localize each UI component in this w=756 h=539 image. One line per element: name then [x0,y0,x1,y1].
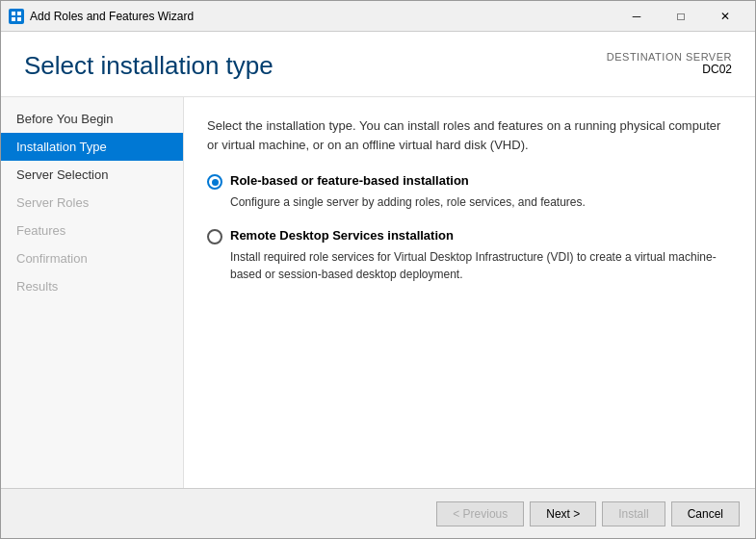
option-role-based-row[interactable]: Role-based or feature-based installation [207,173,732,190]
close-button[interactable]: ✕ [703,1,747,32]
maximize-button[interactable]: □ [659,1,703,32]
title-bar: Add Roles and Features Wizard ─ □ ✕ [1,1,755,32]
radio-role-based[interactable] [207,174,222,190]
wizard-window: Add Roles and Features Wizard ─ □ ✕ Sele… [0,0,756,539]
option-remote-desktop-desc: Install required role services for Virtu… [230,248,732,283]
content-description: Select the installation type. You can in… [207,116,732,154]
option-role-based-title: Role-based or feature-based installation [230,173,469,188]
radio-remote-desktop[interactable] [207,229,222,244]
sidebar-item-before-you-begin[interactable]: Before You Begin [1,105,183,133]
title-bar-controls: ─ □ ✕ [614,1,747,32]
page-header: Select installation type DESTINATION SER… [1,32,755,97]
option-remote-desktop: Remote Desktop Services installation Ins… [207,228,732,283]
main-content: Select the installation type. You can in… [184,97,755,488]
sidebar-item-features: Features [1,217,183,244]
install-button: Install [602,501,665,526]
footer: < Previous Next > Install Cancel [1,488,755,538]
next-button[interactable]: Next > [530,501,596,526]
minimize-button[interactable]: ─ [614,1,659,32]
previous-button[interactable]: < Previous [436,501,524,526]
window-title: Add Roles and Features Wizard [30,10,614,23]
sidebar-item-installation-type[interactable]: Installation Type [1,133,183,161]
option-role-based-desc: Configure a single server by adding role… [230,193,732,211]
sidebar-item-confirmation: Confirmation [1,244,183,272]
destination-label: DESTINATION SERVER [607,51,732,63]
sidebar-item-server-selection[interactable]: Server Selection [1,161,183,189]
option-remote-desktop-title: Remote Desktop Services installation [230,228,454,243]
cancel-button[interactable]: Cancel [671,501,740,526]
destination-server-info: DESTINATION SERVER DC02 [607,51,732,76]
option-role-based: Role-based or feature-based installation… [207,173,732,211]
page-title: Select installation type [24,51,274,81]
svg-rect-2 [12,17,15,21]
sidebar-item-results: Results [1,272,183,300]
destination-name: DC02 [607,63,732,76]
svg-rect-3 [17,17,21,21]
svg-rect-1 [17,12,21,15]
content-area: Select installation type DESTINATION SER… [1,32,755,538]
sidebar: Before You Begin Installation Type Serve… [1,97,184,488]
app-icon [9,9,24,24]
option-remote-desktop-row[interactable]: Remote Desktop Services installation [207,228,732,244]
svg-rect-0 [12,12,15,15]
sidebar-item-server-roles: Server Roles [1,189,183,217]
main-section: Before You Begin Installation Type Serve… [1,97,755,488]
